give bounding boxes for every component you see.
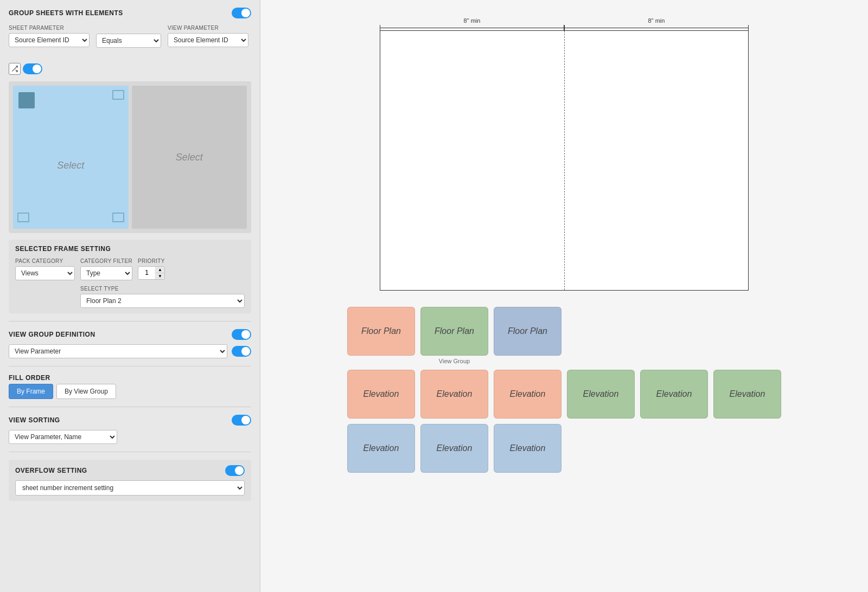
main-toggle[interactable]	[232, 8, 251, 18]
preview-sheet-right[interactable]: Select	[132, 86, 247, 229]
card-elev-2: Elevation	[420, 370, 488, 419]
sheet-param-label: SHEET PARAMETER	[9, 25, 90, 31]
pack-cat-select[interactable]: Views	[15, 266, 75, 280]
card-elev-label-4: Elevation	[583, 389, 619, 399]
dim-left-label: 8" min	[464, 17, 481, 24]
card-elev-4: Elevation	[567, 370, 635, 419]
right-panel: 8" min 8" min	[260, 0, 868, 592]
vs-header: VIEW SORTING	[9, 415, 251, 426]
card-elev-label-1: Elevation	[363, 389, 399, 399]
sheet-param-select-wrapper: Source Element ID	[9, 33, 90, 47]
left-panel: GROUP SHEETS WITH ELEMENTS SHEET PARAMET…	[0, 0, 260, 592]
vg-header: VIEW GROUP DEFINITION	[9, 329, 251, 340]
card-elev-3: Elevation	[494, 370, 561, 419]
priority-down[interactable]: ▼	[156, 273, 164, 279]
card-floor-plan-1: Floor Plan	[347, 307, 415, 356]
sheet-param-select[interactable]: Source Element ID	[9, 33, 90, 47]
card-elev-7: Elevation	[347, 424, 415, 473]
fill-order-buttons: By Frame By View Group	[9, 384, 251, 399]
panel-title: GROUP SHEETS WITH ELEMENTS	[9, 9, 123, 17]
card-elev-label-9: Elevation	[510, 443, 546, 453]
param-toggle[interactable]	[23, 63, 42, 74]
frame-section: SELECTED FRAME SETTING PACK CATEGORY Vie…	[9, 240, 251, 313]
dim-right-arrow	[564, 25, 749, 30]
row1-group-label: View Group	[439, 358, 470, 364]
preview-rect-br	[112, 213, 124, 222]
card-elev-label-6: Elevation	[730, 389, 765, 399]
vg-param-select[interactable]: View Parameter	[9, 344, 227, 358]
row1-cards: Floor Plan Floor Plan Floor Plan	[347, 307, 561, 356]
preview-sheet-left[interactable]: Select	[13, 86, 129, 229]
row1-wrapper: Floor Plan Floor Plan Floor Plan View Gr…	[347, 307, 561, 364]
preview-block	[18, 92, 35, 108]
cat-filter-select[interactable]: Type	[80, 266, 132, 280]
priority-up[interactable]: ▲	[156, 267, 164, 273]
vg-toggle-2[interactable]	[232, 346, 251, 357]
select-type-label: SELECT TYPE	[80, 286, 245, 292]
dim-line-r	[565, 28, 748, 28]
card-label-1: Floor Plan	[361, 326, 401, 336]
card-elev-6: Elevation	[713, 370, 781, 419]
equals-select[interactable]: Equals	[96, 34, 161, 48]
divider-1	[9, 321, 251, 321]
card-elev-5: Elevation	[640, 370, 708, 419]
card-elev-label-7: Elevation	[363, 443, 399, 453]
vs-title: VIEW SORTING	[9, 416, 60, 424]
cat-filter-label: CATEGORY FILTER	[80, 258, 132, 264]
shuffle-icon[interactable]	[9, 63, 21, 75]
card-label-3: Floor Plan	[508, 326, 547, 336]
fill-order-section: FILL ORDER By Frame By View Group	[9, 374, 251, 399]
overflow-section: OVERFLOW SETTING sheet number increment …	[9, 460, 251, 501]
dim-left-group: 8" min	[380, 17, 564, 30]
dim-line-l	[380, 28, 564, 28]
preview-rect-tr	[112, 90, 124, 100]
card-elev-1: Elevation	[347, 370, 415, 419]
vg-toggle[interactable]	[232, 329, 251, 340]
dim-left-arrow	[380, 25, 564, 30]
vs-select[interactable]: View Parameter, Name	[9, 430, 117, 444]
row1-group: Floor Plan Floor Plan Floor Plan View Gr…	[347, 307, 561, 364]
select-label-left: Select	[57, 160, 84, 171]
divider-4	[9, 452, 251, 452]
select-type-select[interactable]: Floor Plan 2	[80, 294, 245, 308]
priority-label: PRIORITY	[138, 258, 165, 264]
row2-cards: Elevation Elevation Elevation Elevation …	[347, 370, 781, 419]
overflow-title: OVERFLOW SETTING	[15, 467, 87, 474]
vg-param-row: View Parameter	[9, 344, 251, 358]
equals-select-wrapper: Equals	[96, 34, 161, 48]
priority-spinner[interactable]: 1 ▲ ▼	[138, 266, 165, 280]
fill-order-title: FILL ORDER	[9, 374, 251, 382]
overflow-select[interactable]: sheet number increment setting	[15, 480, 245, 496]
card-floor-plan-3: Floor Plan	[494, 307, 561, 356]
view-sorting-section: VIEW SORTING View Parameter, Name	[9, 415, 251, 444]
dim-tick-r2	[748, 25, 749, 30]
dim-right-group: 8" min	[564, 17, 749, 30]
card-elev-label-5: Elevation	[656, 389, 692, 399]
priority-value: 1	[138, 267, 155, 279]
sheet-diagram: 8" min 8" min	[380, 11, 749, 291]
select-label-right: Select	[176, 152, 203, 163]
sheet-left	[380, 31, 565, 290]
view-param-select-wrapper: Source Element ID	[168, 33, 248, 47]
card-elev-label-3: Elevation	[510, 389, 546, 399]
cards-area: Floor Plan Floor Plan Floor Plan View Gr…	[347, 307, 781, 473]
card-elev-9: Elevation	[494, 424, 561, 473]
vs-toggle[interactable]	[232, 415, 251, 426]
by-frame-button[interactable]: By Frame	[9, 384, 53, 399]
card-elev-label-8: Elevation	[437, 443, 473, 453]
card-floor-plan-2: Floor Plan	[420, 307, 488, 356]
view-group-section: VIEW GROUP DEFINITION View Parameter	[9, 329, 251, 358]
row3-cards: Elevation Elevation Elevation	[347, 424, 561, 473]
by-view-group-button[interactable]: By View Group	[56, 384, 116, 399]
vg-title: VIEW GROUP DEFINITION	[9, 331, 95, 338]
sheet-right	[565, 31, 749, 290]
view-param-label: VIEW PARAMETER	[168, 25, 248, 31]
preview-rect-bl	[17, 213, 29, 222]
view-param-select[interactable]: Source Element ID	[168, 33, 248, 47]
dims-top: 8" min 8" min	[380, 11, 749, 30]
card-elev-8: Elevation	[420, 424, 488, 473]
overflow-toggle[interactable]	[225, 465, 245, 476]
divider-3	[9, 407, 251, 407]
sheet-container	[380, 30, 749, 291]
card-elev-label-2: Elevation	[437, 389, 473, 399]
